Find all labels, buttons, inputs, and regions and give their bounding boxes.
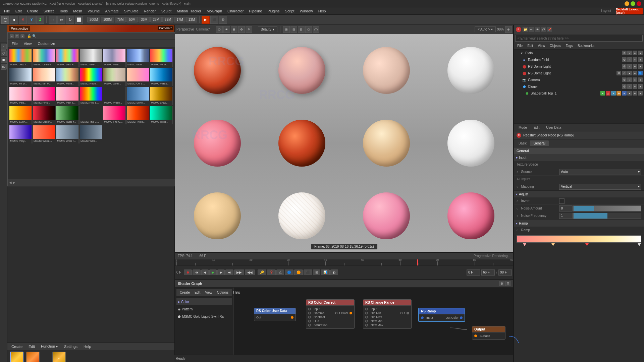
- material-swatch-item[interactable]: MSMC Tropi...: [150, 106, 173, 124]
- tl-btn-key7[interactable]: ⊞: [313, 269, 320, 275]
- obj-item-camera[interactable]: 📷 Camera ⚙ ✓ ● ●: [514, 76, 644, 83]
- menu-window[interactable]: Window: [297, 8, 316, 14]
- rpm-view[interactable]: View: [536, 44, 547, 48]
- menu-volume[interactable]: Volume: [85, 8, 103, 14]
- camera-36m[interactable]: 36M: [139, 17, 150, 22]
- obj-btn-vis2[interactable]: ✓: [627, 51, 632, 55]
- viewport-icon-5[interactable]: P: [246, 26, 252, 33]
- material-swatch-item[interactable]: MSMC Pink...: [33, 87, 55, 105]
- material-swatch-item[interactable]: MSMC Obtu...: [103, 68, 126, 86]
- material-swatch-item[interactable]: MSMC The G...: [103, 106, 126, 124]
- material-swatch-item[interactable]: MSMC Mr. P...: [33, 68, 55, 86]
- side-icon-objects[interactable]: ⬡: [1, 50, 7, 56]
- obj-btn-cam3[interactable]: ●: [633, 77, 637, 82]
- obj-item-random-field[interactable]: ◈ Random Field ⚙ ✓ ● ●: [514, 56, 644, 63]
- obj-btn-rf3[interactable]: ●: [633, 57, 637, 62]
- props-tab-userdata[interactable]: User Data: [543, 125, 565, 130]
- right-icon-2[interactable]: ✏: [529, 27, 534, 32]
- rpm-tags[interactable]: Tags: [564, 44, 575, 48]
- vp-layout-5[interactable]: ◯: [313, 26, 319, 33]
- material-swatch-item[interactable]: MSMC Sunn...: [9, 106, 32, 124]
- obj-item-cloner[interactable]: ⬟ Cloner ⚙ ✓ ● ●: [514, 83, 644, 90]
- material-swatch-item[interactable]: MSMC Warm...: [33, 125, 55, 143]
- viewport-icon-3[interactable]: 🖥: [231, 26, 237, 33]
- ramp-marker-4[interactable]: [638, 243, 641, 246]
- toolbar-mode-x[interactable]: ✕: [19, 16, 27, 24]
- rpm-bookmarks[interactable]: Bookmarks: [576, 44, 596, 48]
- camera-28m[interactable]: 28M: [150, 17, 161, 22]
- tl-btn-key8[interactable]: 📊: [321, 269, 330, 275]
- camera-22m[interactable]: 22M: [162, 17, 173, 22]
- menu-script[interactable]: Script: [282, 8, 297, 14]
- obj-btn-sb5[interactable]: ●: [622, 91, 627, 96]
- sg-menu-edit[interactable]: Edit: [193, 290, 202, 295]
- tl-btn-key1[interactable]: 🔑: [258, 269, 266, 275]
- side-icon-3d[interactable]: 3D: [1, 64, 7, 70]
- sg-menu-view[interactable]: View: [203, 290, 214, 295]
- obj-btn-sb8[interactable]: ●: [638, 91, 643, 96]
- obj-btn-cl2[interactable]: ✓: [627, 84, 632, 89]
- obj-btn-dl1-4[interactable]: ●: [638, 64, 643, 69]
- material-swatch-item[interactable]: MSMC Taste f...: [56, 106, 79, 124]
- toolbar-select[interactable]: ⬜: [75, 16, 83, 24]
- material-swatch-item[interactable]: MSMC Leisure: [33, 49, 55, 67]
- tl-btn-key3[interactable]: ⚠: [276, 269, 284, 275]
- menu-tools[interactable]: Tools: [56, 8, 70, 14]
- material-swatch-item[interactable]: MSMC Oh S...: [126, 68, 149, 86]
- material-swatch-item[interactable]: MSMC Pretty...: [103, 87, 126, 105]
- node-change-range[interactable]: RS Change Range Input Old Min Out: [363, 299, 412, 329]
- checkbox-invert[interactable]: [559, 198, 565, 204]
- side-icon-scene[interactable]: 🔲: [1, 57, 7, 63]
- tl-btn-key2[interactable]: ❓: [267, 269, 276, 275]
- material-swatch-item[interactable]: MSMC Jets T...: [9, 49, 32, 67]
- obj-btn-sb4[interactable]: ◆: [616, 91, 621, 96]
- toolbar-mode-model[interactable]: ⬡: [1, 16, 9, 24]
- node-output[interactable]: Output Surface: [472, 326, 505, 340]
- tl-btn-reverse[interactable]: ◀◀: [245, 269, 255, 275]
- input-noise-amount[interactable]: [559, 205, 573, 212]
- tl-btn-next-key[interactable]: ⏭: [225, 269, 233, 275]
- obj-btn-sb3[interactable]: ▲: [611, 91, 616, 96]
- obj-btn-dl2-4[interactable]: ●: [633, 71, 637, 75]
- shader-graph-canvas[interactable]: RS Color User Data Out RS Color Correct: [234, 288, 572, 362]
- menu-render[interactable]: Render: [141, 8, 159, 14]
- menu-simulate[interactable]: Simulate: [121, 8, 141, 14]
- bottom-menu-help[interactable]: Help: [81, 344, 94, 349]
- render-mode-dropdown[interactable]: Beauty ▾: [258, 26, 277, 32]
- right-icon-3[interactable]: 👁: [535, 27, 540, 32]
- bottom-menu-edit[interactable]: Edit: [26, 344, 38, 349]
- vp-layout-1[interactable]: ⊞: [283, 26, 290, 33]
- tl-btn-key4[interactable]: 🔵: [285, 269, 293, 275]
- menu-mograph[interactable]: MoGraph: [204, 8, 225, 14]
- obj-btn-dl2-5[interactable]: 🔷: [638, 71, 643, 75]
- material-swatch-item[interactable]: MSMC Mr. A...: [150, 49, 173, 67]
- auto-render-dropdown[interactable]: < Auto > ▾: [475, 26, 496, 32]
- slider-noise-freq[interactable]: [573, 213, 641, 219]
- mat-menu-file[interactable]: File: [9, 41, 20, 46]
- obj-btn-rf1[interactable]: ⚙: [622, 57, 627, 62]
- input-section-header[interactable]: ▾ Input: [514, 154, 644, 161]
- tl-btn-record[interactable]: ⏺: [184, 269, 192, 275]
- camera-17m[interactable]: 17M: [174, 17, 185, 22]
- zoom-btn[interactable]: ⊕: [505, 26, 512, 33]
- sg-menu-options[interactable]: Options: [215, 290, 230, 295]
- tl-btn-forward[interactable]: ▶▶: [234, 269, 244, 275]
- camera-75m[interactable]: 75M: [115, 17, 126, 22]
- material-swatch-item[interactable]: MSMC Mr D...: [9, 68, 32, 86]
- obj-btn-dl2-1[interactable]: ⚙: [616, 71, 621, 75]
- material-swatch-item[interactable]: MSMC Super...: [33, 106, 55, 124]
- material-item-pattern[interactable]: Pattern: [26, 352, 40, 362]
- matwin-minimize[interactable]: −: [10, 34, 14, 38]
- material-swatch-item[interactable]: MSMC Lets P...: [56, 49, 79, 67]
- render-settings[interactable]: ⚙: [219, 16, 227, 24]
- menu-edit[interactable]: Edit: [13, 8, 24, 14]
- sg-material-item[interactable]: ⬟ MSMC Gold Liquid Swirl Ra: [176, 313, 232, 320]
- obj-btn-sb2[interactable]: △: [606, 91, 610, 96]
- shader-graph-settings[interactable]: ⚙: [505, 281, 511, 286]
- vp-layout-3[interactable]: ⊞: [298, 26, 305, 33]
- toolbar-scale[interactable]: ⇔: [57, 16, 65, 24]
- viewport-icon-1[interactable]: ⬡: [216, 26, 223, 33]
- sg-color-item[interactable]: ● Color: [176, 298, 232, 305]
- vp-layout-2[interactable]: ⊟: [290, 26, 297, 33]
- viewport-icon-2[interactable]: 👁: [223, 26, 230, 33]
